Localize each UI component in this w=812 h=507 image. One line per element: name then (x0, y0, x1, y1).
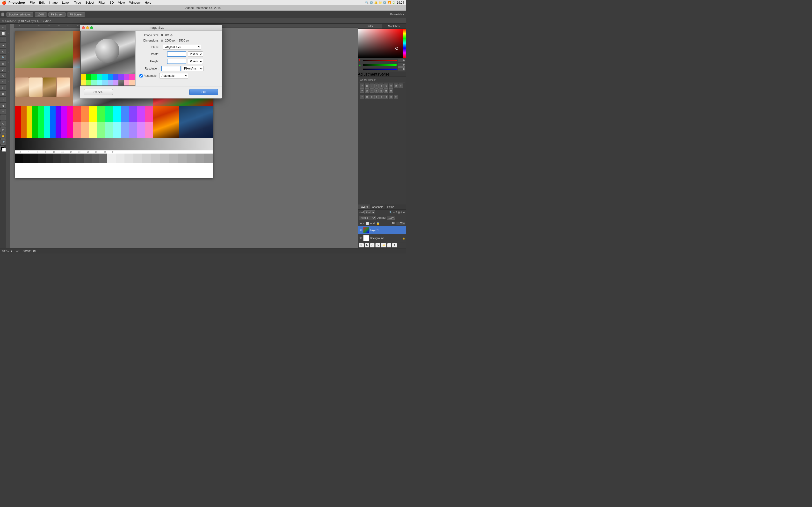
adj-color-lookup[interactable]: ▧ (365, 89, 369, 93)
r-slider[interactable] (363, 60, 397, 61)
layer-visibility-bg[interactable]: 👁 (359, 237, 362, 239)
zoom-btn[interactable]: 100% (35, 12, 47, 17)
gradient-tool[interactable]: ▦ (0, 91, 6, 96)
menu-select[interactable]: Select (83, 0, 96, 5)
adj-layer-btn[interactable]: ◑ (375, 243, 380, 247)
adj-icon-2-4[interactable]: ⊞ (374, 95, 379, 99)
tab-close[interactable]: ✕ (2, 19, 4, 22)
status-info-icon[interactable]: ▶ (11, 249, 12, 252)
r-value[interactable] (398, 59, 405, 62)
channels-tab[interactable]: Channels (370, 205, 385, 209)
zoom-tool[interactable]: 🔎 (0, 139, 6, 145)
fit-to-select[interactable]: Original Size (163, 44, 201, 50)
width-unit-select[interactable]: Pixels (188, 51, 203, 57)
adj-icon-2-6[interactable]: ⊛ (384, 95, 388, 99)
layer-visibility-1[interactable]: 👁 (359, 229, 362, 231)
menu-edit[interactable]: Edit (37, 0, 46, 5)
add-mask-btn[interactable]: ◻ (370, 243, 374, 247)
adj-levels[interactable]: ▦ (365, 83, 369, 88)
minimize-button[interactable] (86, 26, 89, 29)
blur-tool[interactable]: ○ (0, 97, 6, 102)
adj-icon-2-8[interactable]: ⊕ (394, 95, 398, 99)
scroll-all-btn[interactable]: Scroll All Windows (6, 12, 33, 17)
adj-exposure[interactable]: ○ (374, 83, 379, 88)
image-size-dialog[interactable]: Image Size (80, 24, 222, 99)
hand-tool[interactable]: ✋ (0, 133, 6, 138)
new-group-btn[interactable]: 📁 (381, 243, 387, 247)
color-spectrum[interactable] (358, 29, 406, 58)
adj-icon-2-2[interactable]: ⊡ (365, 95, 369, 99)
menu-type[interactable]: Type (72, 0, 83, 5)
history-brush-tool[interactable]: ↩ (0, 79, 6, 84)
adj-selective-color[interactable]: ▣ (389, 89, 393, 93)
spot-heal-tool[interactable]: ◉ (0, 61, 6, 66)
g-value[interactable] (398, 63, 405, 67)
add-style-btn[interactable]: fx (365, 243, 369, 247)
magic-wand-tool[interactable]: ✦ (0, 43, 6, 48)
adj-threshold[interactable]: ▥ (379, 89, 384, 93)
color-tab[interactable]: Color (358, 24, 382, 29)
height-input[interactable]: 1500 (167, 59, 186, 64)
fill-input[interactable] (397, 222, 405, 225)
layer-row-background[interactable]: 👁 Background 🔒 (358, 234, 406, 242)
document-tab[interactable]: Untitled-1 @ 100% (Layer 1, RGB/8*) * (5, 19, 51, 22)
delete-layer-btn[interactable]: 🗑 (392, 243, 397, 247)
menu-window[interactable]: Window (128, 0, 142, 5)
adj-channel-mixer[interactable]: ⊗ (360, 89, 364, 93)
resolution-input[interactable]: 72 (161, 66, 181, 71)
close-button[interactable] (82, 26, 85, 29)
styles-tab[interactable]: Styles (379, 72, 390, 76)
paths-tab[interactable]: Paths (386, 205, 396, 209)
lock-all[interactable]: 🔒 (376, 222, 379, 225)
adj-photo-filter[interactable]: ⊕ (399, 83, 403, 88)
layers-tab[interactable]: Layers (358, 205, 370, 209)
path-select-tool[interactable]: ▷ (0, 121, 6, 126)
lasso-tool[interactable]: ⌒ (0, 37, 6, 42)
lock-transparent[interactable]: ⬜ (366, 222, 369, 225)
fill-screen-btn[interactable]: Fill Screen (67, 12, 85, 17)
menu-file[interactable]: File (28, 0, 37, 5)
adj-curves[interactable]: ∫ (369, 83, 374, 88)
rect-select-tool[interactable]: ⬜ (0, 31, 6, 36)
adj-invert[interactable]: ⊙ (369, 89, 374, 93)
adj-gradient-map[interactable]: ▦ (384, 89, 388, 93)
blending-mode-select[interactable]: Normal (359, 216, 376, 220)
adj-hsl[interactable]: ◐ (384, 83, 388, 88)
fit-screen-btn[interactable]: Fit Screen (48, 12, 66, 17)
fg-bg-colors[interactable] (0, 146, 6, 152)
resolution-unit-select[interactable]: Pixels/Inch (182, 66, 203, 71)
dodge-tool[interactable]: ◑ (0, 103, 6, 108)
adjustments-tab[interactable]: Adjustments (358, 72, 379, 76)
menu-image[interactable]: Image (47, 0, 59, 5)
clone-stamp-tool[interactable]: ⊕ (0, 73, 6, 78)
type-tool[interactable]: T (0, 115, 6, 120)
b-value[interactable] (398, 67, 405, 71)
resample-select[interactable]: Automatic (159, 73, 188, 78)
menu-3d[interactable]: 3D (108, 0, 116, 5)
adj-color-balance[interactable]: ⊡ (389, 83, 393, 88)
eraser-tool[interactable]: ◻ (0, 85, 6, 90)
menu-help[interactable]: Help (143, 0, 153, 5)
menu-layer[interactable]: Layer (60, 0, 72, 5)
pen-tool[interactable]: ✒ (0, 109, 6, 114)
crop-tool[interactable]: ⊡ (0, 49, 6, 54)
zoom-button[interactable] (90, 26, 93, 29)
brush-tool[interactable]: 🖌 (0, 67, 6, 72)
layer-filter-select[interactable]: Kind (364, 210, 375, 214)
adj-brightness[interactable]: ☀ (360, 83, 364, 88)
settings-gear-icon[interactable]: ⚙ (170, 34, 173, 37)
adj-icon-2-7[interactable]: ◻ (389, 95, 393, 99)
lock-image[interactable]: ✏ (370, 222, 372, 225)
ok-button[interactable]: OK (189, 89, 218, 95)
adj-icon-2-1[interactable]: ↩ (360, 95, 364, 99)
menu-filter[interactable]: Filter (96, 0, 107, 5)
adj-bw[interactable]: ◑ (394, 83, 398, 88)
eyedropper-tool[interactable]: 🔍 (0, 55, 6, 60)
width-input[interactable]: 2000 (167, 51, 186, 57)
move-tool[interactable]: ↖ (0, 24, 6, 30)
b-slider[interactable] (363, 68, 397, 70)
adj-icon-2-3[interactable]: ⊟ (369, 95, 374, 99)
new-layer-btn[interactable]: + (387, 243, 391, 247)
shape-tool[interactable]: ◻ (0, 127, 6, 132)
link-layers-btn[interactable]: ⛓ (359, 243, 364, 247)
